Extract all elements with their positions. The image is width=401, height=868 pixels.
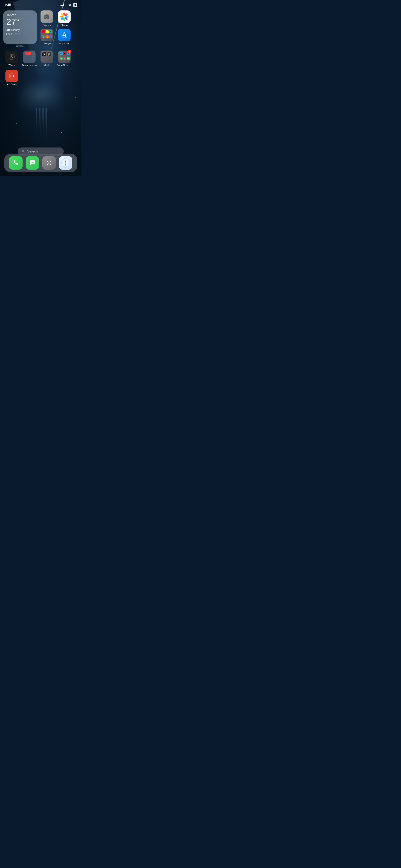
appstore-label: App Store	[57, 42, 72, 45]
svg-point-6	[49, 16, 49, 16]
music-icon: 🔲	[40, 51, 53, 63]
svg-point-28	[31, 162, 32, 163]
phone-icon	[9, 156, 23, 169]
svg-point-4	[47, 17, 48, 18]
weather-hilow: H:28° L:16°	[6, 32, 34, 35]
svg-point-24	[48, 55, 49, 56]
lifestyle-icon: 𝐏 👻 b 🤖 🎭 👤	[40, 29, 53, 41]
rdclient-icon	[5, 70, 18, 82]
battery-level: 38	[74, 4, 76, 6]
transportation-label: Transportation	[22, 64, 37, 66]
battery-indicator: 38	[73, 3, 77, 7]
rdclient-app[interactable]: RD Client	[4, 70, 19, 86]
social-label: SocialNetworki...	[57, 64, 72, 66]
svg-point-25	[50, 54, 50, 55]
social-networking-app[interactable]: ✈ ▶ G 📋 📷 💬 1 SocialNetworki...	[57, 51, 72, 66]
safari-icon	[59, 156, 72, 169]
photos-label: Photos	[57, 24, 72, 26]
dock	[0, 152, 82, 176]
messages-app[interactable]	[26, 156, 39, 169]
notification-badge: 1	[68, 50, 71, 54]
status-icons: ▾ 38	[60, 3, 77, 7]
apps-row-1: Camera	[39, 10, 72, 26]
transportation-icon: ! =	[23, 51, 35, 63]
weather-condition: Cloudy	[11, 28, 20, 32]
weather-city: Tehran	[6, 13, 34, 17]
home-screen: Tehran 27° ☁️ Cloudy H:28° L:16° Weather	[0, 9, 82, 91]
music-app[interactable]: 🔲 Music	[39, 51, 54, 66]
photos-icon	[58, 10, 70, 23]
music-label: Music	[39, 64, 54, 66]
wifi-icon-svg	[68, 4, 72, 6]
svg-point-38	[65, 162, 66, 163]
photos-app[interactable]: Photos	[57, 10, 72, 26]
watch-app[interactable]: Watch	[4, 51, 19, 66]
weather-widget[interactable]: Tehran 27° ☁️ Cloudy H:28° L:16° Weather	[3, 10, 37, 47]
wifi-icon: ▾	[65, 4, 67, 7]
right-apps-col: Camera	[39, 10, 72, 45]
weather-label: Weather	[16, 45, 24, 47]
settings-app[interactable]	[42, 156, 56, 169]
safari-app[interactable]	[59, 156, 72, 169]
dock-background	[4, 154, 77, 172]
weather-temperature: 27°	[6, 18, 34, 26]
transportation-app[interactable]: ! = Transportation	[22, 51, 37, 66]
svg-point-30	[33, 162, 34, 163]
phone-app[interactable]	[9, 156, 23, 169]
apps-row-2: 𝐏 👻 b 🤖 🎭 👤 Lifestyle	[39, 29, 72, 45]
camera-app[interactable]: Camera	[39, 10, 54, 26]
settings-icon	[42, 156, 56, 169]
cloud-icon: ☁️	[6, 28, 10, 32]
appstore-app[interactable]: App Store	[57, 29, 72, 45]
svg-point-31	[48, 162, 50, 164]
bottom-apps-row: RD Client	[3, 70, 78, 86]
status-time: 1:45	[4, 3, 11, 7]
messages-icon	[26, 156, 39, 169]
top-row: Tehran 27° ☁️ Cloudy H:28° L:16° Weather	[3, 10, 78, 47]
watch-label: Watch	[4, 64, 19, 66]
lifestyle-label: Lifestyle	[39, 42, 54, 45]
svg-point-16	[63, 16, 66, 18]
camera-icon	[40, 10, 53, 23]
weather-condition-row: ☁️ Cloudy	[6, 28, 34, 32]
svg-point-29	[32, 162, 33, 163]
camera-label: Camera	[39, 24, 54, 26]
svg-rect-5	[46, 14, 48, 15]
lifestyle-app[interactable]: 𝐏 👻 b 🤖 🎭 👤 Lifestyle	[39, 29, 54, 45]
middle-row: Watch ! = Transportation 🔲	[3, 51, 78, 66]
signal-icon	[60, 4, 64, 6]
appstore-icon	[58, 29, 70, 41]
watch-icon	[5, 51, 18, 63]
rdclient-label: RD Client	[4, 83, 19, 86]
status-bar: 1:45 ▾ 38	[0, 0, 82, 9]
